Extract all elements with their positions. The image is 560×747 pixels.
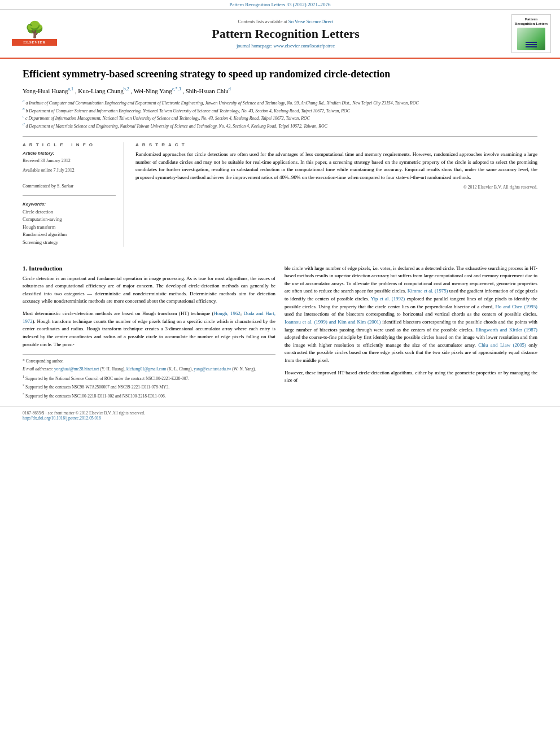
affiliation-b: b b Department of Computer Science and I… xyxy=(23,107,537,115)
copyright-notice: © 2012 Elsevier B.V. All rights reserved… xyxy=(135,185,537,190)
email-yang[interactable]: yang@cs.ntust.edu.tw xyxy=(194,366,231,372)
prl-logo-image xyxy=(517,28,545,50)
communicated-by: Communicated by S. Sarkar xyxy=(23,183,116,189)
footnote-email: E-mail addresses: yonghuai@me28.hinet.ne… xyxy=(23,366,275,372)
sciverse-link[interactable]: SciVerse ScienceDirect xyxy=(288,19,334,24)
body-para-2: Most deterministic circle-detection meth… xyxy=(23,310,275,348)
ref-ioannou[interactable]: Ioannou et al. (1999) and Kim and Kim (2… xyxy=(285,319,380,325)
email-klchung[interactable]: klchung01@gmail.com xyxy=(126,366,166,372)
footnote-2: 2 Supported by the contracts NSC98-WFA25… xyxy=(23,383,275,390)
paper-content: Efficient symmetry-based screening strat… xyxy=(0,59,560,256)
affiliation-c: c c Department of Information Management… xyxy=(23,114,537,122)
ref-illingworth[interactable]: Illingworth and Kittler (1987) xyxy=(476,327,537,333)
footnote-1: 1 Supported by the National Science Coun… xyxy=(23,374,275,382)
elsevier-tree-icon: 🌳 xyxy=(25,22,45,38)
keyword-computation: Computation-saving xyxy=(23,216,116,224)
journal-citation: Pattern Recognition Letters 33 (2012) 20… xyxy=(229,2,330,7)
author-kuoliang: Kuo-Liang Chung xyxy=(78,88,123,94)
contents-available-line: Contents lists available at SciVerse Sci… xyxy=(65,19,506,24)
footnote-corresponding: * Corresponding author. xyxy=(23,358,275,364)
email-yonghuai[interactable]: yonghuai@me28.hinet.net xyxy=(54,366,99,372)
author-shih: Shih-Hsuan Chiu xyxy=(186,88,229,94)
body-left-column: 1. Introduction Circle detection is an i… xyxy=(23,265,275,401)
left-column: A R T I C L E I N F O Article history: R… xyxy=(23,142,124,247)
authors-line: Yong-Huai Huanga,1 , Kuo-Liang Chungb,2 … xyxy=(23,86,537,94)
body-right-para-2: However, these improved HT-based circle-… xyxy=(285,369,537,385)
journal-citation-bar: Pattern Recognition Letters 33 (2012) 20… xyxy=(0,0,560,10)
ref-hough[interactable]: Hough, 1962 xyxy=(214,311,240,316)
abstract-text: Randomized approaches for circle detecti… xyxy=(135,151,537,181)
journal-title: Pattern Recognition Letters xyxy=(65,27,506,41)
available-date: Available online 7 July 2012 xyxy=(23,167,116,173)
journal-center: Contents lists available at SciVerse Sci… xyxy=(65,19,506,49)
author-weining: Wei-Ning Yang xyxy=(134,88,172,94)
footnotes-section: * Corresponding author. E-mail addresses… xyxy=(23,354,275,399)
main-body: 1. Introduction Circle detection is an i… xyxy=(0,265,560,401)
ref-yip[interactable]: Yip et al. (1992) xyxy=(371,296,405,302)
bottom-bar: 0167-8655/$ - see front matter © 2012 El… xyxy=(0,407,560,424)
paper-title: Efficient symmetry-based screening strat… xyxy=(23,68,537,81)
elsevier-logo: 🌳 ELSEVIER xyxy=(9,22,60,46)
right-column: A B S T R A C T Randomized approaches fo… xyxy=(135,142,537,247)
elsevier-label: ELSEVIER xyxy=(12,39,57,46)
keyword-circle: Circle detection xyxy=(23,208,116,216)
doi-link[interactable]: http://dx.doi.org/10.1016/j.patrec.2012.… xyxy=(23,416,101,421)
affiliation-a: a a Institute of Computer and Communicat… xyxy=(23,99,537,107)
bottom-copyright: 0167-8655/$ - see front matter © 2012 El… xyxy=(23,410,145,416)
header-divider xyxy=(23,136,537,137)
body-right-para-1: ble circle with large number of edge pix… xyxy=(285,265,537,365)
prl-logo-title: Pattern Recognition Letters xyxy=(514,17,548,26)
journal-header: 🌳 ELSEVIER Contents lists available at S… xyxy=(0,10,560,59)
footnote-3: 3 Supported by the contracts NSC100-2218… xyxy=(23,392,275,399)
article-info-header: A R T I C L E I N F O xyxy=(23,142,116,147)
ref-chiu-liaw[interactable]: Chiu and Liaw (2005) xyxy=(478,342,526,348)
homepage-link[interactable]: www.elsevier.com/locate/patrec xyxy=(274,43,335,49)
keyword-screening: Screening strategy xyxy=(23,239,116,247)
homepage-label: journal homepage: xyxy=(237,43,274,49)
body-para-1: Circle detection is an important and fun… xyxy=(23,275,275,306)
article-history-label: Article history: xyxy=(23,151,116,156)
keyword-randomized: Randomized algorithm xyxy=(23,231,116,239)
ref-ho-chen[interactable]: Ho and Chen (1995) xyxy=(495,304,537,309)
journal-homepage: journal homepage: www.elsevier.com/locat… xyxy=(65,43,506,49)
abstract-header: A B S T R A C T xyxy=(135,142,537,147)
section1-title: 1. Introduction xyxy=(23,265,275,272)
keyword-hough: Hough transform xyxy=(23,224,116,231)
keywords-label: Keywords: xyxy=(23,202,116,207)
affiliation-d: d d Department of Materials Science and … xyxy=(23,122,537,130)
ref-kimme[interactable]: Kimme et al. (1975) xyxy=(408,288,448,294)
journal-logo-right: Pattern Recognition Letters xyxy=(511,14,551,53)
body-right-column: ble circle with large number of edge pix… xyxy=(285,265,537,401)
affiliations: a a Institute of Computer and Communicat… xyxy=(23,99,537,129)
article-info-abstract: A R T I C L E I N F O Article history: R… xyxy=(23,142,537,247)
info-divider xyxy=(23,195,116,196)
author-yonghuai: Yong-Huai Huang xyxy=(23,88,68,94)
received-date: Received 30 January 2012 xyxy=(23,158,116,164)
